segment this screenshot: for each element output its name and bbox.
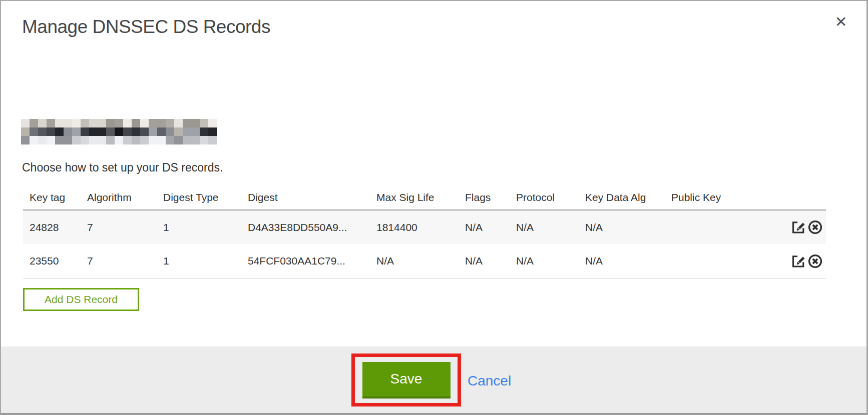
dialog-title: Manage DNSSEC DS Records: [22, 16, 270, 38]
header-flags: Flags: [465, 192, 516, 204]
header-public-key: Public Key: [671, 192, 784, 204]
delete-record-icon[interactable]: [807, 220, 823, 235]
cell-key-tag: 23550: [23, 255, 87, 267]
table-header-row: Key tag Algorithm Digest Type Digest Max…: [23, 185, 826, 210]
cell-digest-type: 1: [163, 222, 248, 234]
cell-max-sig-life: N/A: [376, 255, 465, 267]
cell-key-data-alg: N/A: [585, 255, 671, 267]
cell-protocol: N/A: [516, 255, 585, 267]
dialog-footer: Save Cancel: [1, 346, 866, 415]
edit-record-icon[interactable]: [791, 220, 806, 235]
cell-algorithm: 7: [87, 222, 163, 234]
cell-key-data-alg: N/A: [585, 222, 671, 234]
close-icon[interactable]: ✕: [831, 12, 851, 32]
cell-flags: N/A: [465, 222, 516, 234]
cancel-link[interactable]: Cancel: [468, 373, 511, 389]
header-key-tag: Key tag: [23, 192, 87, 204]
cell-digest-type: 1: [163, 255, 248, 267]
edit-record-icon[interactable]: [791, 254, 806, 269]
redacted-domain: [21, 119, 217, 144]
ds-records-table: Key tag Algorithm Digest Type Digest Max…: [23, 185, 826, 278]
save-button[interactable]: Save: [362, 362, 451, 398]
header-max-sig-life: Max Sig Life: [376, 192, 465, 204]
delete-record-icon[interactable]: [807, 254, 823, 269]
header-key-data-alg: Key Data Alg: [585, 192, 671, 204]
manage-dnssec-ds-records-dialog: Manage DNSSEC DS Records ✕ Choose how to…: [0, 0, 868, 415]
header-protocol: Protocol: [516, 192, 585, 204]
row-actions: [784, 254, 826, 269]
header-algorithm: Algorithm: [87, 192, 163, 204]
cell-flags: N/A: [465, 255, 516, 267]
cell-protocol: N/A: [516, 222, 585, 234]
cell-max-sig-life: 1814400: [376, 222, 465, 234]
table-row: 23550 7 1 54FCF030AA1C79... N/A N/A N/A …: [23, 244, 826, 278]
intro-text: Choose how to set up your DS records.: [22, 161, 223, 174]
row-actions: [784, 220, 826, 235]
cell-key-tag: 24828: [23, 222, 87, 234]
annotation-highlight-box: Save: [351, 354, 461, 406]
cell-digest: 54FCF030AA1C79...: [248, 255, 376, 267]
add-ds-record-button[interactable]: Add DS Record: [23, 288, 139, 311]
cell-digest: D4A33E8DD550A9...: [248, 222, 376, 234]
header-digest-type: Digest Type: [163, 192, 248, 204]
table-row: 24828 7 1 D4A33E8DD550A9... 1814400 N/A …: [23, 210, 826, 244]
cell-algorithm: 7: [87, 255, 163, 267]
header-digest: Digest: [248, 192, 376, 204]
